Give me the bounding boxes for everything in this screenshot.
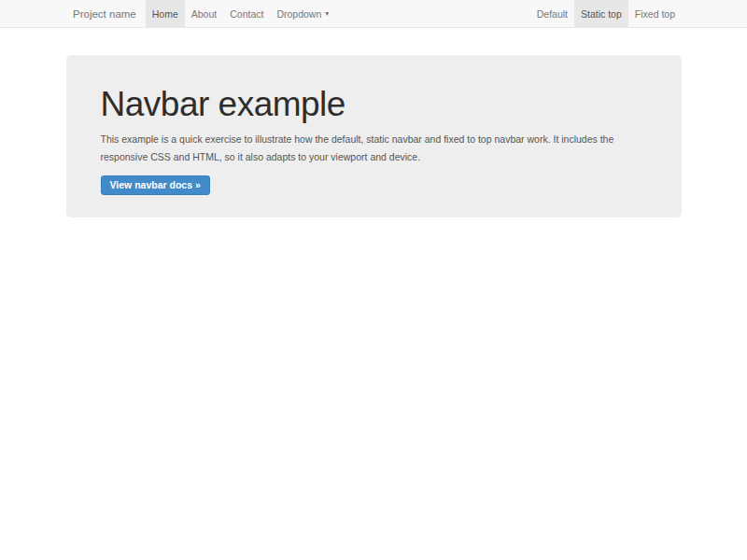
navbar-container: Project name Home About Contact Dropdown… <box>65 0 682 28</box>
nav-item-fixed-top-label: Fixed top <box>635 8 675 20</box>
nav-item-fixed-top[interactable]: Fixed top <box>628 0 682 28</box>
nav-item-dropdown-label: Dropdown <box>276 8 321 20</box>
nav-item-contact-label: Contact <box>230 8 263 20</box>
main-content: Navbar example This example is a quick e… <box>0 55 747 217</box>
nav-item-contact[interactable]: Contact <box>223 0 270 28</box>
nav-item-about[interactable]: About <box>185 0 223 28</box>
nav-item-static-top-label: Static top <box>581 8 622 20</box>
nav-item-static-top[interactable]: Static top <box>574 0 628 28</box>
nav-item-default-label: Default <box>537 8 568 20</box>
caret-down-icon: ▾ <box>325 10 329 18</box>
nav-item-about-label: About <box>191 8 217 20</box>
jumbotron: Navbar example This example is a quick e… <box>66 55 682 217</box>
navbar-right-nav: Default Static top Fixed top <box>530 0 682 28</box>
nav-item-dropdown[interactable]: Dropdown ▾ <box>270 0 335 28</box>
nav-item-home[interactable]: Home <box>146 0 185 28</box>
navbar-brand[interactable]: Project name <box>65 0 144 28</box>
view-navbar-docs-button[interactable]: View navbar docs » <box>101 175 210 196</box>
page-description: This example is a quick exercise to illu… <box>101 131 647 167</box>
nav-item-default[interactable]: Default <box>530 0 574 28</box>
page-title: Navbar example <box>101 86 647 124</box>
nav-item-home-label: Home <box>152 8 178 20</box>
navbar-left-nav: Home About Contact Dropdown ▾ <box>146 0 336 28</box>
navbar: Project name Home About Contact Dropdown… <box>0 0 747 28</box>
